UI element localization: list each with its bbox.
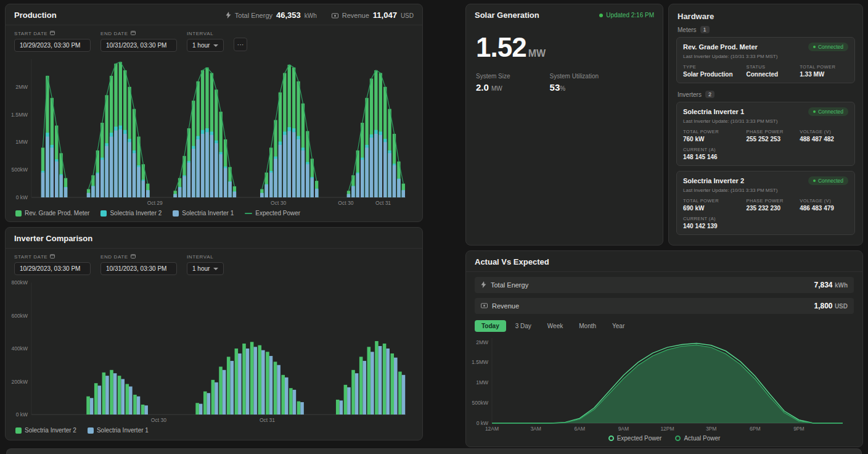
stat-unit: kWh — [835, 282, 848, 289]
tab-week[interactable]: Week — [541, 320, 570, 332]
calendar-icon — [131, 30, 136, 36]
end-date-field: End Date — [100, 30, 177, 52]
tab-today[interactable]: Today — [475, 320, 506, 332]
bolt-icon — [226, 12, 231, 20]
production-revenue-stat: Revenue 11,047 USD — [332, 10, 414, 20]
status-dot-icon — [813, 110, 816, 113]
svg-text:500kW: 500kW — [472, 400, 488, 406]
more-options-button[interactable]: ··· — [234, 38, 247, 51]
svg-text:Oct 30: Oct 30 — [338, 200, 353, 206]
inverter-comparison-panel: Inverter Comparison Start Date End Date … — [5, 227, 423, 440]
legend-item-actual-power[interactable]: Actual Power — [675, 435, 720, 442]
stat-label: Revenue — [492, 302, 519, 310]
interval-select[interactable]: 1 hour — [187, 262, 224, 275]
inverter-card-2: Solectria Inverter 2 Connected Last Inve… — [676, 171, 855, 235]
stat-label: Total Energy — [235, 12, 272, 19]
status-dot-icon — [813, 180, 816, 182]
ave-total-energy-row: Total Energy 7,834 kWh — [475, 277, 854, 293]
hardware-title: Hardware — [669, 4, 862, 23]
svg-text:Oct 30: Oct 30 — [151, 417, 166, 423]
end-date-label: End Date — [100, 31, 128, 36]
inverter-last-update: Last Inverter Update: (10/31 3:33 PM MST… — [683, 118, 848, 124]
tab-year[interactable]: Year — [605, 320, 631, 332]
stat-value: 1,800 — [814, 302, 833, 310]
stat-value: 7,834 — [814, 281, 833, 289]
inverter-field-current: Current (A)148 145 146 — [683, 147, 848, 160]
end-date-input[interactable] — [100, 262, 177, 275]
legend-item-inverter-1[interactable]: Solectria Inverter 1 — [173, 210, 234, 217]
svg-text:6PM: 6PM — [750, 426, 760, 432]
inverter-comparison-controls: Start Date End Date Interval 1 hour — [6, 249, 422, 276]
legend-item-expected-power[interactable]: Expected Power — [245, 210, 300, 217]
calendar-icon — [50, 30, 55, 36]
start-date-input[interactable] — [14, 39, 91, 52]
svg-text:2MW: 2MW — [476, 339, 488, 345]
solar-generation-title: Solar Generation — [475, 10, 539, 20]
inverter-name: Solectria Inverter 1 — [683, 108, 744, 115]
start-date-input[interactable] — [14, 262, 91, 275]
system-utilization-unit: % — [560, 85, 565, 92]
meters-section-label: Meters 1 — [669, 23, 862, 35]
stat-value: 46,353 — [276, 10, 301, 20]
svg-text:500kW: 500kW — [12, 167, 28, 173]
actual-vs-expected-chart: 0 kW500kW1MW1.5MW2MW12AM3AM6AM9AM12PM3PM… — [469, 333, 849, 433]
inverters-section-label: Inverters 2 — [669, 88, 862, 99]
legend-item-inverter-2[interactable]: Solectria Inverter 2 — [100, 210, 162, 217]
system-utilization-value: 53 — [550, 82, 560, 93]
inverter-comparison-header: Inverter Comparison — [6, 228, 422, 249]
svg-text:12PM: 12PM — [660, 426, 674, 432]
svg-text:800kW: 800kW — [12, 279, 28, 286]
solar-generation-panel: Solar Generation Updated 2:16 PM 1.52 MW… — [465, 4, 663, 246]
production-header: Production Total Energy 46,353 kWh Reven… — [6, 4, 422, 25]
start-date-field: Start Date — [14, 30, 91, 52]
inverter-field-total-power: Total Power760 kW — [683, 129, 742, 142]
current-generation-unit: MW — [528, 48, 546, 59]
meter-name: Rev. Grade Prod. Meter — [683, 43, 758, 51]
interval-select[interactable]: 1 hour — [187, 39, 224, 52]
actual-vs-expected-header: Actual Vs Expected — [466, 251, 862, 272]
production-legend: Rev. Grade Prod. Meter Solectria Inverte… — [6, 207, 422, 219]
inverter-comparison-title: Inverter Comparison — [14, 234, 92, 243]
tab-3-day[interactable]: 3 Day — [509, 320, 538, 332]
inverter-card-1: Solectria Inverter 1 Connected Last Inve… — [676, 102, 855, 166]
meter-last-update: Last Inverter Update: (10/31 3:33 PM MST… — [683, 54, 848, 59]
legend-line-swatch — [245, 213, 252, 214]
production-title: Production — [14, 10, 57, 20]
inverters-count-badge: 2 — [705, 91, 714, 98]
solar-generation-header: Solar Generation Updated 2:16 PM — [466, 4, 663, 25]
connected-badge: Connected — [808, 176, 848, 185]
end-date-input[interactable] — [100, 39, 177, 52]
current-generation: 1.52 MW — [466, 25, 663, 64]
production-total-energy-stat: Total Energy 46,353 kWh — [226, 10, 317, 20]
inverter-field-total-power: Total Power690 kW — [683, 198, 742, 212]
legend-item-inverter-1[interactable]: Solectria Inverter 1 — [88, 427, 149, 434]
svg-text:400kW: 400kW — [12, 345, 28, 352]
inverter-field-phase-power: Phase Power255 252 253 — [747, 129, 795, 142]
inverter-comparison-chart: 0 kW200kW400kW600kW800kWOct 30Oct 31 — [8, 278, 412, 424]
legend-item-meter[interactable]: Rev. Grade Prod. Meter — [15, 210, 89, 217]
svg-text:3AM: 3AM — [530, 426, 541, 432]
svg-text:Oct 30: Oct 30 — [271, 200, 286, 206]
legend-item-expected-power[interactable]: Expected Power — [608, 435, 662, 442]
svg-text:200kW: 200kW — [12, 379, 28, 385]
bottom-panel-edge — [6, 448, 862, 454]
legend-item-inverter-2[interactable]: Solectria Inverter 2 — [15, 427, 76, 434]
meter-field-total-power: Total Power1.33 MW — [800, 64, 848, 78]
svg-text:6AM: 6AM — [575, 426, 585, 432]
stat-unit: USD — [401, 12, 414, 19]
ave-revenue-row: Revenue 1,800 USD — [475, 298, 854, 314]
hardware-panel: Hardware Meters 1 Rev. Grade Prod. Meter… — [668, 4, 863, 246]
stat-label: Revenue — [342, 12, 369, 19]
svg-text:600kW: 600kW — [12, 313, 28, 319]
range-tabs: Today 3 Day Week Month Year — [475, 320, 854, 332]
status-dot-icon — [813, 46, 816, 48]
svg-text:12AM: 12AM — [485, 426, 499, 432]
tab-month[interactable]: Month — [572, 320, 603, 332]
production-controls: Start Date End Date Interval 1 hour ··· — [6, 25, 422, 53]
system-utilization-label: System Utilization — [550, 73, 599, 80]
svg-text:2MW: 2MW — [15, 84, 28, 90]
updated-status: Updated 2:16 PM — [599, 12, 654, 19]
end-date-field: End Date — [100, 254, 177, 275]
actual-vs-expected-title: Actual Vs Expected — [475, 257, 549, 266]
inverter-field-phase-power: Phase Power235 232 230 — [747, 198, 795, 212]
